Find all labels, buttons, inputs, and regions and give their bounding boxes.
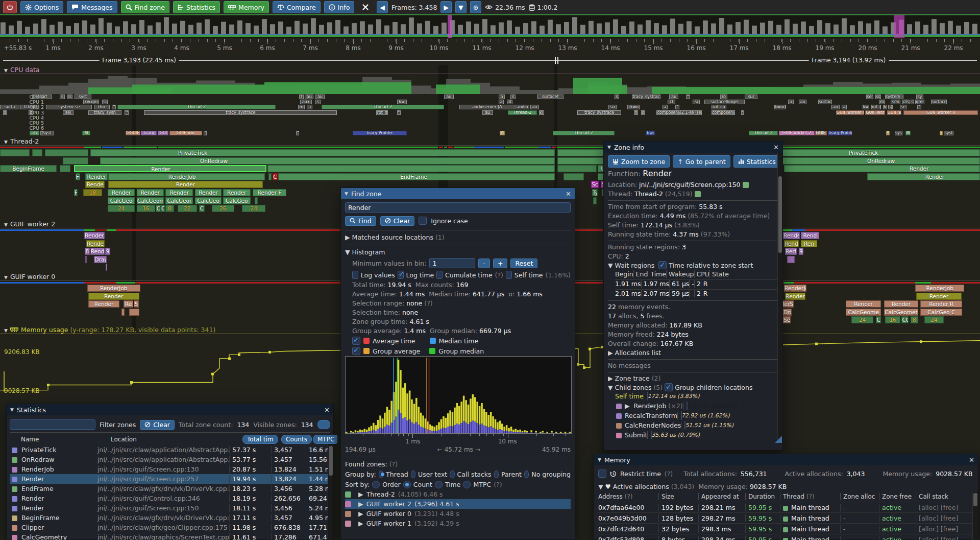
zone-chip[interactable] — [32, 149, 42, 156]
cpu-zone-chip[interactable]: Tracy — [141, 131, 157, 135]
cpu-zone-chip[interactable]: s — [510, 95, 516, 99]
sort-column-counts[interactable]: Counts — [281, 435, 312, 444]
memory-button[interactable]: Memory — [224, 1, 269, 13]
find-zone-button[interactable]: Find zone — [121, 1, 169, 13]
cpu-zone-chip[interactable]: ^ — [296, 131, 299, 135]
zone-chip[interactable]: Render — [195, 189, 222, 196]
cpu-zone-chip[interactable]: x — [3, 110, 7, 115]
memory-col-header[interactable]: Address (?) — [598, 493, 658, 500]
cpu-zone-chip[interactable]: GGUIF — [126, 131, 140, 135]
cpu-zone-chip[interactable]: GUIF work# — [865, 110, 885, 115]
zone-chip[interactable]: Render R — [920, 300, 963, 308]
zone-chip[interactable]: Re — [124, 300, 133, 308]
cumulate-time-checkbox[interactable] — [436, 271, 443, 279]
cpu-zone-chip[interactable]: s — [911, 100, 915, 104]
zone-chip[interactable]: 9 — [105, 248, 110, 255]
zone-chip[interactable]: Sc — [591, 181, 599, 188]
zone-chip[interactable]: CalcGeor — [165, 197, 193, 204]
cpu-zone-chip[interactable]: Thre — [94, 105, 110, 109]
cpu-zone-chip[interactable]: Tracy Profiler — [353, 131, 407, 135]
cpu-zone-chip[interactable]: m — [879, 100, 885, 104]
cpu-zone-chip[interactable]: au — [482, 110, 493, 115]
cpu-zone-chip[interactable]: aux — [300, 100, 312, 104]
zone-chip[interactable]: Rencer — [846, 300, 881, 308]
min-values-input[interactable] — [429, 258, 475, 268]
cpu-zone-chip[interactable]: system_s — [885, 95, 903, 99]
zone-chip[interactable]: Render — [223, 189, 251, 196]
frame-overview-graph[interactable] — [0, 15, 980, 38]
child-zone-row[interactable]: ▶ RenderJob (×2)4.16 ms (92.60%) — [615, 402, 778, 412]
cpu-zone-chip[interactable]: ssurf — [32, 95, 52, 99]
log-time-checkbox[interactable] — [398, 271, 404, 279]
zone-chip[interactable] — [564, 173, 584, 180]
zone-chip[interactable]: CC — [901, 316, 908, 323]
zone-chip[interactable]: Render — [165, 189, 193, 196]
cpu-zone-chip[interactable]: A — [500, 131, 505, 135]
cpu-zone-chip[interactable]: k( — [539, 110, 544, 115]
memory-col-header[interactable]: Size — [658, 493, 698, 500]
cpu-zone-chip[interactable]: a — [499, 100, 504, 104]
cpu-zone-chip[interactable]: s — [60, 95, 65, 99]
cpu-zone-chip[interactable]: ss — [67, 95, 73, 99]
cpu-zone-chip[interactable]: ^ — [741, 110, 744, 115]
zone-chip[interactable]: 26 — [212, 205, 234, 212]
cpu-zone-chip[interactable]: ^ — [686, 95, 690, 99]
cpu-zone-chip[interactable]: n — [634, 110, 638, 115]
zone-chip[interactable]: Ty — [592, 189, 598, 196]
next-frame-button[interactable]: ▶ — [440, 1, 452, 13]
zone-chip[interactable] — [60, 165, 70, 172]
cpu-zone-chip[interactable]: GUIF worker 0 — [836, 110, 865, 115]
cpu-zone-chip[interactable]: m — [298, 105, 305, 109]
find-zone-titlebar[interactable]: ▼Find zone✕ — [341, 188, 575, 199]
cpu-zone-chip[interactable]: GUIF worker 0 — [903, 110, 978, 115]
resize-grip[interactable] — [775, 436, 782, 443]
reset-button[interactable]: Reset — [510, 259, 537, 268]
frame-label-right[interactable]: Frame 3,194 (13.92 ms) — [808, 57, 889, 64]
active-allocations-expander[interactable]: ▼ ♥ Active allocations (3,043) Memory us… — [598, 482, 974, 491]
zone-trace-expander[interactable]: ▶ Zone trace (2) — [608, 374, 778, 383]
cpu-zone-chip[interactable]: au — [444, 95, 454, 99]
zone-chip[interactable]: Sel — [783, 316, 791, 323]
clear-button[interactable]: Clear — [380, 216, 415, 226]
zone-chip[interactable]: RenderJol — [784, 285, 806, 292]
cpu-zone-chip[interactable]: kw — [863, 105, 869, 109]
cpu-zone-chip[interactable]: si — [102, 100, 108, 104]
zone-chip[interactable] — [85, 256, 87, 263]
zone-chip[interactable]: 16 — [885, 316, 901, 323]
zone-chip[interactable]: 24 — [108, 205, 135, 212]
cpu-zone-chip[interactable]: Thread-2 — [553, 131, 615, 135]
zone-chip[interactable]: CalcGeo — [195, 197, 222, 204]
cpu-zone-chip[interactable]: syst — [40, 131, 54, 135]
sortby-radio-mtpc[interactable] — [463, 481, 471, 488]
zone-chip[interactable]: 5 — [134, 300, 139, 308]
info-button[interactable]: Info — [324, 1, 355, 13]
messages-button[interactable]: Messages — [67, 1, 117, 13]
cpu-zone-chip[interactable]: Trac — [646, 131, 654, 135]
histogram-expander[interactable]: ▼ Histogram — [345, 248, 571, 257]
zone-info-titlebar[interactable]: ▼Zone info✕ — [604, 142, 782, 153]
zone-chip[interactable]: OnRedraw — [100, 157, 555, 165]
groupby-radio-no-grouping[interactable] — [524, 471, 529, 478]
stats-row[interactable]: CalcGeometryjni/../jni/src/claw/graphics… — [10, 532, 330, 540]
cpu-zone-chip[interactable]: sen — [891, 100, 900, 104]
found-zone-row[interactable]: ▶Thread-2(4,105) 6.46 s — [345, 489, 571, 499]
memory-col-header[interactable]: Zone alloc — [840, 493, 879, 500]
cpu-zone-chip[interactable]: surfaceflinger — [704, 100, 745, 104]
child-zone-row[interactable]: Submit35.63 us (0.79%) — [615, 431, 778, 441]
cpu-zone-chip[interactable]: ^ — [917, 105, 921, 109]
go-to-parent-button[interactable]: ↑Go to parent — [673, 155, 730, 168]
cpu-zone-chip[interactable]: ss — [875, 95, 881, 99]
restrict-time-checkbox[interactable] — [598, 469, 606, 478]
zone-chip[interactable]: 8 — [85, 248, 90, 255]
zone-chip[interactable]: RenderJob — [87, 285, 140, 292]
cpu-zone-chip[interactable]: audioserver (A — [459, 105, 514, 109]
cpu-zone-chip[interactable]: M — [905, 131, 911, 135]
zone-chip[interactable] — [255, 197, 258, 204]
groupby-radio-parent[interactable] — [494, 471, 499, 478]
zone-chip[interactable]: Ren — [801, 240, 818, 247]
cpu-zone-chip[interactable]: Thread-2 — [749, 131, 778, 135]
zoom-to-zone-button[interactable]: Zoom to zone — [608, 155, 670, 168]
sortby-radio-count[interactable] — [403, 481, 411, 488]
zone-chip[interactable]: RenderJol — [84, 232, 105, 239]
cpu-zone-chip[interactable]: au — [799, 100, 806, 104]
